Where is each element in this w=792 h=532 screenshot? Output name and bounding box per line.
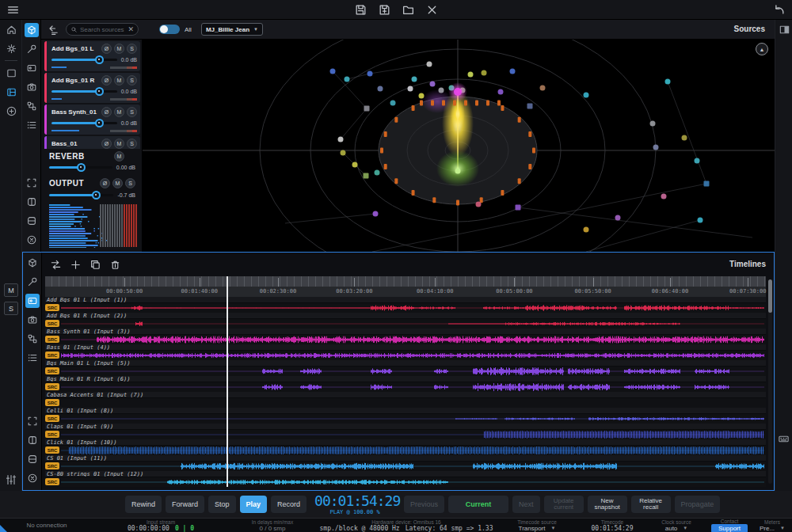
output-solo-button[interactable]: S (125, 178, 135, 188)
solo-button[interactable]: S (127, 75, 137, 86)
track-waveform-lane[interactable]: SRC (45, 351, 766, 360)
search-box[interactable]: ✕ (66, 23, 139, 36)
expand-icon[interactable] (25, 176, 39, 190)
stop-button[interactable]: Stop (208, 496, 236, 513)
reverb-mute-button[interactable]: M (114, 151, 124, 162)
timeline-track[interactable]: Bass Synth_01 (Input (3))SRC (45, 329, 766, 344)
timeline-track[interactable]: CS_01 (Input (11))SRC (45, 455, 766, 471)
save-icon[interactable] (354, 3, 367, 17)
chevron-down-icon[interactable]: ▼ (780, 525, 785, 532)
split-vertical-icon[interactable] (25, 195, 39, 209)
channel-level-slider[interactable] (51, 122, 117, 124)
timeline-track[interactable]: Bass_01 (Input (4))SRC (45, 344, 766, 360)
timeline-track[interactable]: Add Bgs_01 L (Input (1))SRC (45, 297, 766, 313)
channel-strip[interactable]: Bass_01ØMS0.0 dB (44, 136, 140, 149)
support-button[interactable]: Support (711, 524, 748, 532)
camera-icon[interactable] (25, 80, 39, 94)
track-waveform-lane[interactable]: SRC (45, 303, 766, 313)
solo-button[interactable]: S (127, 107, 137, 117)
timeline-track[interactable]: Add Bgs_01 R (Input (2))SRC (45, 313, 766, 329)
split-horizontal-icon[interactable] (25, 452, 40, 466)
forward-button[interactable]: Forward (166, 496, 204, 513)
scrollbar-thumb[interactable] (768, 279, 772, 313)
slider-knob[interactable] (92, 191, 101, 200)
routing-icon[interactable] (25, 99, 39, 113)
global-solo-button[interactable]: S (4, 302, 18, 315)
chevron-down-icon[interactable]: ▼ (683, 525, 687, 532)
polarity-button[interactable]: Ø (101, 44, 112, 54)
settings-icon[interactable] (0, 39, 22, 58)
src-badge[interactable]: SRC (45, 462, 59, 469)
src-badge[interactable]: SRC (45, 478, 59, 485)
mute-button[interactable]: M (114, 107, 124, 117)
timeline-track[interactable]: Bgs Main_01 R (Input (6))SRC (45, 376, 766, 392)
solo-button[interactable]: S (127, 44, 137, 54)
track-waveform-lane[interactable]: SRC (45, 414, 766, 424)
track-waveform-lane[interactable]: SRC (45, 319, 766, 329)
duplicate-icon[interactable] (89, 259, 101, 271)
output-level-slider[interactable] (49, 194, 113, 196)
src-badge[interactable]: SRC (45, 367, 59, 374)
spatial-icon[interactable] (25, 23, 39, 37)
timeline-track[interactable]: Claps_01 (Input (9))SRC (45, 424, 766, 439)
close-icon[interactable] (25, 471, 40, 485)
src-badge[interactable]: SRC (45, 352, 59, 359)
microphone-icon[interactable] (25, 275, 40, 289)
record-button[interactable]: Record (271, 496, 307, 513)
mute-button[interactable]: M (114, 139, 124, 149)
slider-knob[interactable] (95, 119, 104, 127)
spatial-radar-view[interactable]: ▲ (143, 40, 775, 252)
channel-level-slider[interactable] (51, 90, 117, 93)
src-badge[interactable]: SRC (45, 383, 59, 390)
delete-icon[interactable] (109, 259, 121, 271)
microphone-icon[interactable] (25, 42, 39, 56)
current-button[interactable]: Current (448, 496, 508, 513)
radar-collapse-button[interactable]: ▲ (756, 43, 768, 55)
layout-single-icon[interactable] (0, 63, 22, 82)
show-all-toggle[interactable] (159, 25, 180, 34)
output-polarity-button[interactable]: Ø (100, 178, 110, 188)
track-waveform-lane[interactable]: SRC (45, 398, 766, 408)
reorder-icon[interactable] (50, 259, 62, 271)
relative-recall-button[interactable]: Relative recall (631, 496, 671, 513)
track-waveform-lane[interactable]: SRC (45, 446, 766, 455)
src-badge[interactable]: SRC (45, 304, 59, 311)
chevron-down-icon[interactable]: ▼ (550, 525, 555, 532)
output-mute-button[interactable]: M (112, 178, 123, 188)
play-button[interactable]: Play (240, 496, 268, 513)
panel-toggle-icon[interactable] (775, 20, 792, 39)
polarity-button[interactable]: Ø (101, 75, 112, 86)
add-icon[interactable] (0, 101, 22, 120)
timeline-ruler[interactable]: 00:00:50:0000:01:40:0000:02:30:0000:03:2… (45, 276, 766, 297)
timeline-scrollbar[interactable] (768, 279, 772, 484)
expand-icon[interactable] (25, 414, 40, 428)
plus-icon[interactable] (70, 259, 82, 271)
channel-strip[interactable]: Bass Synth_01ØMS0.0 dB (44, 104, 140, 135)
polarity-button[interactable]: Ø (101, 107, 112, 117)
src-badge[interactable]: SRC (45, 320, 59, 327)
solo-button[interactable]: S (127, 139, 137, 149)
split-horizontal-icon[interactable] (25, 214, 39, 228)
collapse-sources-icon[interactable] (48, 24, 59, 36)
src-badge[interactable]: SRC (45, 399, 59, 406)
timeline-track[interactable]: Click_01 (Input (10))SRC (45, 439, 766, 455)
clips-icon[interactable] (25, 294, 40, 308)
track-waveform-lane[interactable]: SRC (45, 335, 766, 344)
track-waveform-lane[interactable]: SRC (45, 477, 766, 487)
keyboard-icon[interactable] (778, 433, 790, 445)
src-badge[interactable]: SRC (45, 446, 59, 454)
faders-icon[interactable] (5, 473, 17, 486)
channel-level-slider[interactable] (51, 59, 117, 61)
save-as-icon[interactable] (378, 3, 391, 17)
timeline-track[interactable]: CS-80 strings 01 (Input (12))SRC (45, 471, 766, 487)
spatial-icon[interactable] (25, 256, 40, 270)
preset-dropdown[interactable]: MJ_Billie Jean ▼ (201, 23, 263, 36)
camera-icon[interactable] (25, 313, 40, 327)
close-x-icon[interactable] (425, 3, 439, 17)
reverb-level-slider[interactable] (49, 166, 112, 169)
track-waveform-lane[interactable]: SRC (45, 367, 766, 376)
slider-knob[interactable] (95, 87, 104, 96)
track-waveform-lane[interactable]: SRC (45, 382, 766, 392)
src-badge[interactable]: SRC (45, 431, 59, 438)
search-input[interactable] (78, 26, 128, 33)
